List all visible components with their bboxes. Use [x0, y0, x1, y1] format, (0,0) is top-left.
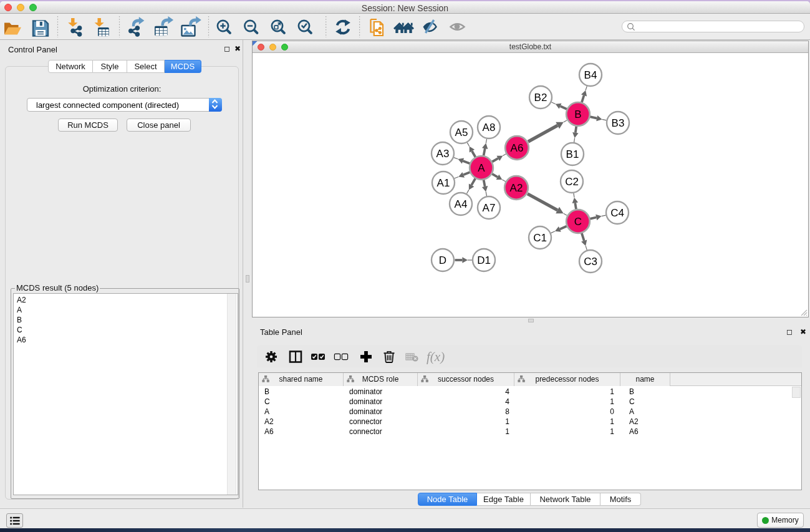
svg-text:A6: A6: [511, 142, 524, 154]
svg-text:A7: A7: [483, 202, 496, 214]
svg-text:A5: A5: [455, 127, 468, 138]
svg-text:B2: B2: [534, 92, 547, 104]
svg-text:C3: C3: [584, 256, 597, 268]
svg-text:A8: A8: [483, 122, 496, 133]
svg-text:D: D: [439, 254, 446, 266]
svg-text:C2: C2: [565, 176, 579, 188]
svg-text:A: A: [478, 162, 485, 174]
svg-text:B4: B4: [584, 69, 597, 81]
svg-text:A2: A2: [510, 182, 523, 194]
svg-text:f(x): f(x): [427, 349, 445, 364]
svg-text:D1: D1: [477, 254, 491, 266]
svg-text:B1: B1: [566, 148, 579, 160]
svg-text:C1: C1: [533, 232, 547, 244]
svg-text:B3: B3: [612, 117, 625, 129]
svg-text:A4: A4: [455, 198, 468, 210]
svg-text:C: C: [574, 216, 582, 228]
svg-text:A3: A3: [436, 148, 450, 160]
svg-text:B: B: [574, 109, 581, 120]
svg-text:C4: C4: [610, 207, 624, 219]
svg-text:A1: A1: [437, 177, 450, 189]
